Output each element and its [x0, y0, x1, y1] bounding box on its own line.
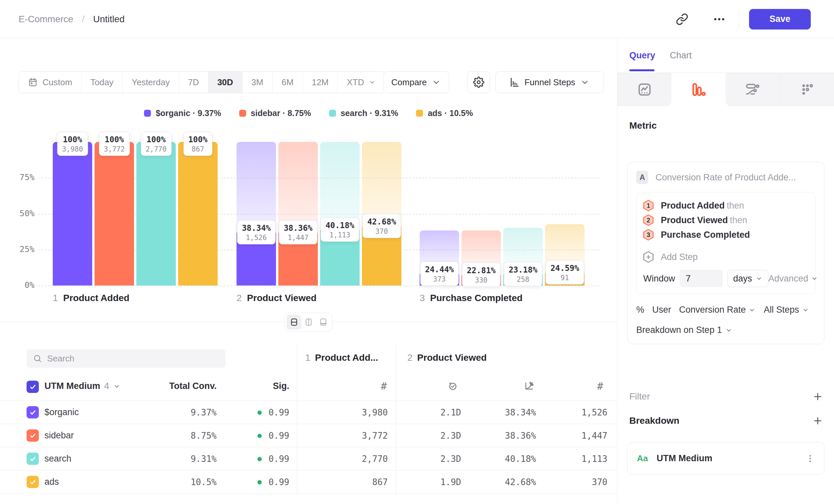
bar-pct: 22.81% [467, 266, 496, 275]
sig-value: 0.99 [268, 408, 289, 417]
copy-link-icon[interactable] [676, 13, 688, 25]
topbar-actions: Save [676, 0, 811, 38]
legend-item-organic[interactable]: $organic · 9.37% [144, 109, 221, 118]
column-clock-check-icon[interactable] [448, 381, 458, 391]
range-12m[interactable]: 12M [303, 72, 338, 93]
chart-type-tab-grid-dots[interactable] [780, 73, 834, 106]
search-input[interactable] [47, 353, 219, 364]
grid-dots-icon [799, 82, 815, 97]
tab-chart[interactable]: Chart [670, 38, 692, 73]
chart-type-tabs [617, 73, 834, 106]
measurement-entity[interactable]: User [652, 305, 671, 315]
metric-step-1[interactable]: 1Product Addedthen [643, 198, 809, 213]
range-custom[interactable]: Custom [19, 72, 81, 93]
more-menu-icon[interactable] [713, 13, 726, 25]
advanced-label: Advanced [768, 274, 808, 284]
bar-pct: 38.36% [284, 224, 312, 233]
bar-search-step3: 23.18%258 [503, 142, 543, 285]
window-value-input[interactable] [680, 270, 723, 287]
bar-pct: 42.68% [367, 217, 396, 227]
chart-settings-button[interactable] [467, 71, 490, 93]
add-step-button[interactable]: + Add Step [643, 249, 809, 265]
row-checkbox[interactable] [26, 453, 39, 465]
add-breakdown-icon[interactable] [813, 416, 823, 426]
legend-item-search[interactable]: search · 9.31% [329, 109, 398, 118]
hash-icon[interactable]: # [595, 381, 605, 391]
step-name: Product Add... [315, 352, 378, 363]
breakdown-on-step-select[interactable]: Breakdown on Step 1 [636, 325, 815, 335]
bar-pct: 40.18% [325, 221, 354, 230]
bar-segment[interactable] [53, 142, 92, 285]
advanced-toggle[interactable]: Advanced [768, 274, 818, 284]
metric-formula-row[interactable]: A Conversion Rate of Product Adde... [636, 171, 815, 184]
metric-card: A Conversion Rate of Product Adde... 1Pr… [627, 162, 825, 344]
bar-value-label: 38.36%1,447 [279, 220, 317, 244]
funnel-chart: 75%50%25%0%100%3,980100%3,772100%2,77010… [0, 142, 617, 285]
cell-significance: 0.99 [258, 477, 289, 487]
toggle-layout-bottom[interactable] [316, 315, 330, 329]
step-label-3: 3Purchase Completed [420, 293, 523, 303]
bar-value-label: 40.18%1,113 [321, 217, 359, 242]
sig-value: 0.99 [268, 431, 289, 441]
toggle-layout-split-horizontal[interactable] [287, 315, 301, 329]
breakdown-item[interactable]: Aa UTM Medium [627, 442, 825, 475]
legend-item-sidebar[interactable]: sidebar · 8.75% [239, 109, 311, 118]
row-checkbox[interactable] [26, 476, 39, 488]
row-checkbox[interactable] [26, 429, 39, 442]
range-3m[interactable]: 3M [242, 72, 272, 93]
layout-bottom-icon [319, 318, 328, 327]
check-icon [29, 455, 37, 463]
chevron-down-icon [580, 77, 590, 87]
row-checkbox[interactable] [26, 406, 39, 418]
sig-header[interactable]: Sig. [273, 381, 289, 391]
total-conv-header[interactable]: Total Conv. [169, 381, 217, 391]
window-unit-select[interactable]: days [727, 270, 768, 287]
chart-type-button[interactable]: Funnel Steps [495, 71, 604, 93]
kebab-menu-icon[interactable] [806, 454, 815, 463]
toggle-layout-split-vertical[interactable] [301, 315, 316, 329]
range-xtd[interactable]: XTD [337, 72, 385, 93]
bar-segment[interactable] [94, 142, 134, 285]
range-yesterday[interactable]: Yesterday [123, 72, 179, 93]
save-button[interactable]: Save [749, 9, 811, 29]
check-icon [29, 478, 37, 486]
chart-type-tab-funnel[interactable] [672, 73, 726, 106]
report-title[interactable]: Untitled [93, 14, 125, 25]
tab-query[interactable]: Query [629, 38, 655, 73]
bar-organic-step3: 24.44%373 [420, 142, 459, 285]
range-30d[interactable]: 30D [208, 72, 242, 93]
measurement-scope-select[interactable]: All Steps [764, 305, 809, 315]
cell-step2-time: 2.3D [440, 431, 461, 441]
range-7d[interactable]: 7D [179, 72, 208, 93]
range-label: XTD [347, 77, 364, 88]
bar-count: 2,770 [146, 145, 167, 153]
range-today[interactable]: Today [81, 72, 123, 93]
add-filter-icon[interactable] [813, 392, 823, 402]
sig-value: 0.99 [268, 454, 289, 464]
row-name: sidebar [44, 430, 74, 441]
compare-button[interactable]: Compare [383, 71, 449, 93]
legend-item-ads[interactable]: ads · 10.5% [416, 109, 473, 118]
cell-step1-count: 3,772 [362, 431, 388, 441]
bar-ads-step1: 100%867 [178, 142, 218, 285]
breadcrumb-project[interactable]: E-Commerce [19, 14, 73, 25]
group-column-header[interactable]: UTM Medium 4 [44, 381, 120, 391]
select-all-checkbox[interactable] [26, 381, 39, 393]
bar-pct: 100% [189, 135, 208, 144]
measurement-row: % User Conversion Rate All Steps [636, 305, 815, 315]
calendar-icon [28, 77, 38, 87]
metric-step-2[interactable]: 2Product Viewedthen [643, 213, 809, 227]
measurement-metric-select[interactable]: Conversion Rate [679, 305, 756, 315]
bar-segment[interactable] [178, 142, 218, 285]
bar-segment[interactable] [136, 142, 176, 285]
cell-step2-time: 1.9D [440, 477, 461, 487]
column-conv-rate-icon[interactable] [524, 381, 534, 391]
metric-step-3[interactable]: 3Purchase Completed [643, 227, 809, 242]
range-6m[interactable]: 6M [272, 72, 303, 93]
y-axis-tick: 75% [0, 173, 35, 182]
chart-type-tab-insights[interactable] [617, 73, 672, 106]
table-search[interactable] [26, 349, 225, 368]
filter-section-label: Filter [629, 391, 650, 402]
hash-icon[interactable]: # [379, 381, 389, 391]
chart-type-tab-flow[interactable] [726, 73, 780, 106]
